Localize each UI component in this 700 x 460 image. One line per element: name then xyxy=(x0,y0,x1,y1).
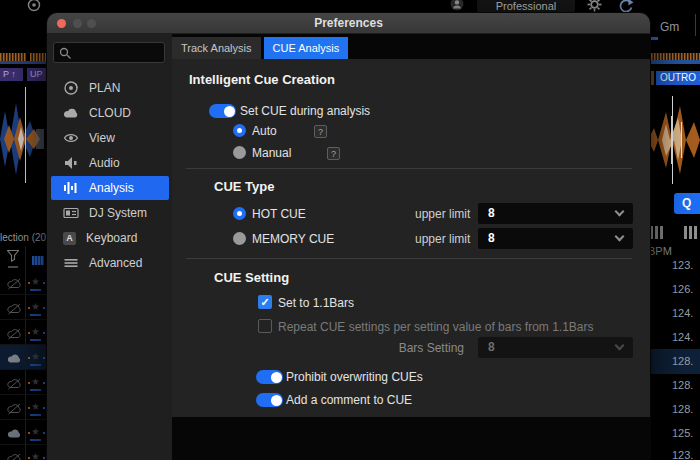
section-title-cue-type: CUE Type xyxy=(214,179,274,194)
playhead xyxy=(25,87,26,183)
table-row[interactable]: ★ xyxy=(0,420,47,445)
manual-radio[interactable] xyxy=(233,146,246,159)
help-button[interactable]: ? xyxy=(327,147,340,160)
bars-setting-label: Bars Setting xyxy=(388,341,464,355)
search-box[interactable] xyxy=(53,42,165,63)
cloud-off-icon xyxy=(7,378,22,390)
sidebar-item-view[interactable]: View xyxy=(51,126,169,150)
sidebar-item-label: DJ System xyxy=(89,206,147,220)
sidebar-item-dj-system[interactable]: DJ System xyxy=(51,201,169,225)
bpm-value: 128. xyxy=(672,379,700,391)
table-row[interactable]: ★ xyxy=(0,395,47,420)
hot-cue-radio[interactable] xyxy=(233,207,246,220)
sidebar-item-label: Audio xyxy=(89,156,120,170)
table-row[interactable]: ★ xyxy=(0,320,47,345)
chevron-down-icon xyxy=(615,232,625,242)
quantize-button[interactable]: Q xyxy=(674,193,700,214)
table-row[interactable]: ★ xyxy=(0,270,47,295)
beat-grid-icon[interactable] xyxy=(650,226,666,239)
set-cue-toggle[interactable] xyxy=(209,104,236,118)
bpm-column-header[interactable]: BPM xyxy=(648,245,672,257)
divider xyxy=(8,266,18,268)
sidebar-item-audio[interactable]: Audio xyxy=(51,151,169,175)
eye-icon xyxy=(63,130,79,146)
sidebar-item-label: CLOUD xyxy=(89,106,131,120)
filter-icon[interactable] xyxy=(7,250,19,262)
tab-track-analysis[interactable]: Track Analysis xyxy=(172,37,261,59)
section-divider xyxy=(186,258,632,259)
sidebar-item-plan[interactable]: PLAN xyxy=(51,76,169,100)
sidebar-item-analysis[interactable]: Analysis xyxy=(51,176,169,200)
account-icon[interactable] xyxy=(450,0,464,12)
phrase-chip: P ↑ xyxy=(0,68,23,81)
bpm-value: 124. xyxy=(672,307,700,319)
bpm-value: 128. xyxy=(672,355,700,367)
key-display: Gm xyxy=(660,20,679,34)
beat-grid-icon[interactable] xyxy=(684,226,700,239)
set-to-bars-checkbox[interactable]: ✓ xyxy=(258,295,272,309)
repeat-cue-checkbox[interactable] xyxy=(258,319,272,333)
gear-icon[interactable] xyxy=(587,0,602,12)
divider xyxy=(695,14,696,36)
bpm-value: 125. xyxy=(672,427,700,439)
dialog-title: Preferences xyxy=(47,13,650,34)
star-icon: ★ xyxy=(31,426,40,437)
table-row-selected[interactable]: ★ xyxy=(0,345,47,370)
upper-limit-label: upper limit xyxy=(415,207,470,221)
dialog-titlebar[interactable]: Preferences xyxy=(47,13,650,34)
sidebar-item-cloud[interactable]: CLOUD xyxy=(51,101,169,125)
collection-header[interactable]: lection (204 xyxy=(0,232,52,243)
preferences-main: Track Analysis CUE Analysis Intelligent … xyxy=(172,34,650,460)
memory-cue-radio[interactable] xyxy=(233,232,246,245)
star-icon: ★ xyxy=(31,376,40,387)
waveform-detail-right[interactable] xyxy=(648,98,700,182)
dj-system-icon xyxy=(63,205,79,221)
set-cue-toggle-label[interactable]: Set CUE during analysis xyxy=(240,104,370,118)
cue-analysis-panel: Intelligent Cue Creation Set CUE during … xyxy=(172,59,650,417)
bpm-value: 126. xyxy=(672,283,700,295)
star-icon: ★ xyxy=(31,351,40,362)
repeat-cue-label[interactable]: Repeat CUE settings per setting value of… xyxy=(278,320,594,334)
tab-cue-analysis[interactable]: CUE Analysis xyxy=(264,37,349,59)
plan-icon xyxy=(63,80,79,96)
bpm-value: 124. xyxy=(672,331,700,343)
bars-setting-dropdown: 8 xyxy=(478,337,633,358)
hot-cue-radio-label[interactable]: HOT CUE xyxy=(252,207,306,221)
manual-radio-label[interactable]: Manual xyxy=(252,146,291,160)
add-comment-label[interactable]: Add a comment to CUE xyxy=(286,393,412,407)
auto-radio-label[interactable]: Auto xyxy=(252,124,277,138)
star-icon: ★ xyxy=(31,276,40,287)
table-row[interactable]: ★ xyxy=(0,445,47,460)
hot-cue-limit-dropdown[interactable]: 8 xyxy=(478,203,633,224)
sidebar-item-keyboard[interactable]: A Keyboard xyxy=(51,226,169,250)
section-divider xyxy=(186,168,632,169)
chevron-down-icon xyxy=(615,341,625,351)
tab-bar: Track Analysis CUE Analysis xyxy=(172,37,348,59)
sidebar-item-advanced[interactable]: Advanced xyxy=(51,251,169,275)
prohibit-overwrite-label[interactable]: Prohibit overwriting CUEs xyxy=(286,370,423,384)
search-icon xyxy=(59,47,72,60)
waveform-detail-left[interactable] xyxy=(0,95,47,183)
waveform-icon xyxy=(63,180,79,196)
table-row[interactable]: ★ xyxy=(0,295,47,320)
search-input[interactable] xyxy=(74,44,162,61)
plan-badge[interactable]: Professional xyxy=(477,0,575,13)
cloud-icon xyxy=(7,428,22,440)
add-comment-toggle[interactable] xyxy=(256,393,283,407)
cloud-icon xyxy=(7,353,22,365)
help-button[interactable]: ? xyxy=(314,125,327,138)
sidebar-item-label: View xyxy=(89,131,115,145)
outro-phrase-label: OUTRO 1 xyxy=(656,71,700,85)
waveform-overview[interactable] xyxy=(648,47,700,64)
memory-cue-radio-label[interactable]: MEMORY CUE xyxy=(252,232,334,246)
star-icon: ★ xyxy=(31,301,40,312)
memory-cue-limit-value: 8 xyxy=(488,231,495,245)
table-row[interactable]: ★ xyxy=(0,370,47,395)
redo-arrow-icon[interactable] xyxy=(617,0,634,12)
menu-lines-icon xyxy=(63,255,79,271)
cloud-off-icon xyxy=(7,453,22,460)
prohibit-overwrite-toggle[interactable] xyxy=(256,370,283,384)
memory-cue-limit-dropdown[interactable]: 8 xyxy=(478,228,633,249)
auto-radio[interactable] xyxy=(233,124,246,137)
set-to-bars-label[interactable]: Set to 1.1Bars xyxy=(278,296,354,310)
